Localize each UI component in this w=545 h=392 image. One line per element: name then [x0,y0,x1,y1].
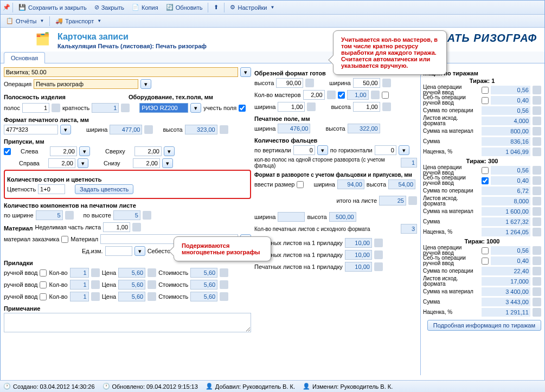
kolvo-input[interactable] [70,280,89,290]
calc-icon[interactable] [533,267,541,275]
set-color-button[interactable]: Задать цветность [75,184,133,194]
calc-icon[interactable] [533,298,541,306]
product-combo[interactable] [4,67,238,77]
refresh-button[interactable]: 🔄Обновить [163,3,206,12]
calc-icon[interactable] [533,106,541,115]
prim-textarea[interactable] [4,313,251,332]
calc-icon[interactable] [533,137,541,146]
cena-input[interactable] [118,292,145,301]
masters-input[interactable] [303,90,325,100]
ucp-checkbox[interactable] [239,105,246,112]
stoim-input[interactable] [190,280,217,290]
matzak-checkbox[interactable] [61,236,68,243]
pl1-input[interactable] [345,250,372,260]
masters2-chk[interactable] [382,92,389,99]
calc-icon[interactable] [374,239,383,247]
equip-combo[interactable] [139,103,188,113]
calc-icon[interactable] [91,268,100,277]
calc-icon[interactable] [533,166,541,175]
calc-icon[interactable] [220,125,228,134]
transport-button[interactable]: 🚚Транспорт▼ [52,16,105,25]
shirina-input[interactable] [353,78,380,88]
calc-icon[interactable] [148,292,156,301]
r-chk[interactable] [482,87,489,94]
settings-button[interactable]: ⚙Настройки▼ [227,3,278,12]
edizm-combo[interactable] [105,246,132,256]
calc-icon[interactable] [408,196,417,205]
masters-chk[interactable] [338,92,345,99]
dropdown-icon[interactable]: ▾ [134,246,145,256]
kolvo-input[interactable] [70,292,89,301]
operation-combo[interactable] [34,79,138,89]
calc-icon[interactable] [533,127,541,136]
calc-icon[interactable] [91,280,100,289]
calc-icon[interactable] [533,287,541,296]
r-chk[interactable] [482,258,489,265]
cena-input[interactable] [118,280,145,290]
calc-icon[interactable] [533,217,541,226]
calc-icon[interactable] [148,268,156,277]
mw-input[interactable] [278,102,305,112]
stoim-input[interactable] [190,268,217,278]
calc-icon[interactable] [533,207,541,216]
dropdown-icon[interactable]: ▾ [240,67,251,77]
calc-icon[interactable] [132,223,141,232]
calc-icon[interactable] [382,79,391,87]
calc-icon[interactable] [382,102,391,111]
dropdown-icon[interactable]: ▾ [399,145,409,155]
cvet-input[interactable] [38,184,65,194]
r-chk[interactable] [482,167,489,174]
dropdown-icon[interactable]: ▾ [78,158,88,168]
stoim-input[interactable] [190,292,217,301]
copy-button[interactable]: 📄Копия [129,3,162,12]
fmt-combo[interactable] [4,125,58,134]
mh-input[interactable] [353,102,380,112]
calc-icon[interactable] [533,246,541,255]
calc-icon[interactable] [148,280,156,289]
dropdown-icon[interactable]: ▾ [190,103,201,113]
krat-input[interactable] [92,103,119,113]
calc-icon[interactable] [143,211,151,220]
calc-icon[interactable] [307,102,316,111]
calc-icon[interactable] [220,280,228,289]
calc-icon[interactable] [91,292,100,301]
cena-input[interactable] [118,268,145,278]
dropdown-icon[interactable]: ▾ [317,145,328,155]
nedel-input[interactable] [103,222,130,232]
calc-icon[interactable] [121,104,130,112]
dropdown-icon[interactable]: ▾ [60,125,71,134]
calc-icon[interactable] [144,125,153,134]
vvesti-chk[interactable] [297,181,304,188]
calc-icon[interactable] [533,228,541,236]
po-w-input[interactable] [36,210,63,220]
calc-icon[interactable] [374,250,383,259]
pl1-input[interactable] [345,262,372,272]
sprava-input[interactable] [48,158,75,168]
calc-icon[interactable] [533,256,541,265]
close-button[interactable]: ⊘Закрыть [91,3,127,12]
dropdown-icon[interactable]: ▾ [162,158,173,168]
pl1-input[interactable] [345,238,372,248]
r-chk[interactable] [482,97,489,104]
snizu-input[interactable] [133,158,160,168]
calc-icon[interactable] [327,91,336,99]
ruch-chk[interactable] [40,281,47,288]
width-input[interactable] [110,125,142,134]
calc-icon[interactable] [533,197,541,205]
ruch-chk[interactable] [40,269,47,277]
po-h-input[interactable] [113,210,140,220]
calc-icon[interactable] [220,268,228,277]
dropdown-icon[interactable]: ▾ [140,79,151,89]
height-input[interactable] [185,125,217,134]
calc-icon[interactable] [65,211,74,220]
calc-icon[interactable] [371,91,380,99]
calc-icon[interactable] [533,147,541,156]
calc-icon[interactable] [533,117,541,125]
sleva-input[interactable] [50,146,77,156]
ruch-chk[interactable] [40,293,47,300]
pripuski-checkbox[interactable] [4,148,11,155]
polos-input[interactable] [22,103,49,113]
povert-input[interactable] [293,145,315,155]
calc-icon[interactable] [52,104,60,112]
r-chk[interactable] [482,177,489,184]
